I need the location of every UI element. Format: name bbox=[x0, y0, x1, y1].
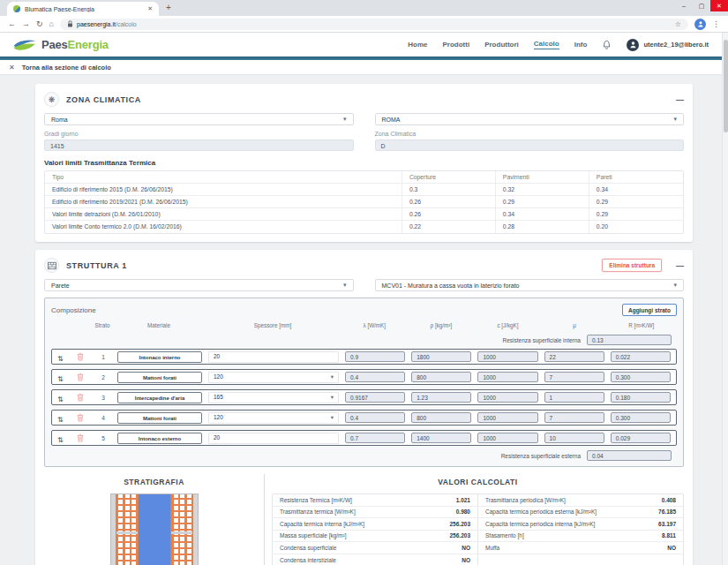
bookmark-star-icon[interactable]: ☆ bbox=[675, 20, 681, 28]
materiale-button[interactable]: Intonaco interno bbox=[117, 351, 202, 363]
trash-icon[interactable] bbox=[77, 413, 84, 422]
paesenergia-logo[interactable]: PaesEnergia bbox=[12, 37, 109, 52]
col-tipo: Tipo bbox=[45, 171, 402, 183]
spessore-select[interactable]: 120▾ bbox=[208, 412, 339, 424]
gradi-giorno-label: Gradi giorno bbox=[44, 131, 354, 137]
valori-calcolati-section: VALORI CALCOLATI Resistenza Termica [m²K… bbox=[265, 474, 684, 565]
table-row: Valori limite Conto termico 2.0 (D.M. 16… bbox=[45, 221, 683, 233]
limits-table-title: Valori limiti Trasmittanza Termica bbox=[44, 159, 684, 167]
home-button[interactable]: ⌂ bbox=[49, 20, 54, 28]
composizione-panel: Composizione Aggiungi strato Strato Mate… bbox=[44, 298, 684, 467]
drag-handle-icon[interactable]: ⇅ bbox=[57, 436, 64, 444]
localita-select-value: ROMA bbox=[382, 117, 401, 123]
nav-item-prodotti[interactable]: Prodotti bbox=[442, 41, 469, 49]
chevron-down-icon: ▾ bbox=[673, 282, 677, 289]
zona-climatica-label: Zona Climatica bbox=[375, 131, 685, 137]
nav-item-produttori[interactable]: Produttori bbox=[484, 41, 519, 49]
valori-calcolati-title: VALORI CALCOLATI bbox=[272, 478, 684, 486]
user-avatar bbox=[627, 39, 639, 51]
browser-tab[interactable]: Blumatica Paese-Energia ✕ bbox=[7, 2, 159, 16]
back-to-calc-bar[interactable]: ✕ Torna alla sezione di calcolo bbox=[0, 60, 728, 75]
url-input[interactable]: paesenergia.it/calcolo ☆ bbox=[60, 19, 688, 30]
trash-icon[interactable] bbox=[77, 433, 84, 442]
table-row: Massa superficiale [kg/m²]256.203 Sfasam… bbox=[273, 531, 683, 543]
table-row: Capacità termica interna [kJ/m²K]256.203… bbox=[273, 518, 683, 531]
nav-item-info[interactable]: Info bbox=[574, 41, 588, 49]
codice-muratura-select[interactable]: MCV01 - Muratura a cassa vuota in lateri… bbox=[375, 279, 685, 291]
zona-climatica-field: D bbox=[375, 139, 685, 151]
r-field: 0.022 bbox=[611, 351, 671, 362]
scrollbar[interactable] bbox=[722, 33, 728, 565]
layer-mattoni-forati bbox=[116, 494, 139, 565]
spessore-input[interactable]: 20 bbox=[208, 351, 339, 363]
drag-handle-icon[interactable]: ⇅ bbox=[57, 355, 64, 363]
layer-row: ⇅ 5 Intonaco esterno 20 0.7 1400 1000 10… bbox=[51, 430, 677, 446]
layer-row: ⇅ 1 Intonaco interno 20 0.9 1800 1000 22… bbox=[51, 349, 677, 365]
maximize-button[interactable]: ▢ bbox=[693, 0, 710, 11]
materiale-button[interactable]: Mattoni forati bbox=[117, 372, 202, 383]
logo-text-secondary: Energia bbox=[68, 38, 109, 51]
mu-field: 7 bbox=[544, 372, 604, 382]
elimina-struttura-button[interactable]: Elimina struttura bbox=[602, 259, 662, 272]
spessore-input[interactable]: 20 bbox=[208, 433, 339, 444]
col-pareti: Pareti bbox=[589, 171, 683, 183]
minimize-button[interactable]: – bbox=[675, 0, 693, 11]
trash-icon[interactable] bbox=[77, 393, 84, 402]
tipo-struttura-value: Parete bbox=[51, 282, 70, 289]
user-chip[interactable]: utente2_19@libero.it bbox=[627, 39, 709, 51]
spessore-select[interactable]: 120▾ bbox=[208, 372, 339, 383]
collapse-icon[interactable]: — bbox=[676, 261, 684, 270]
reload-button[interactable]: ↻ bbox=[36, 20, 43, 28]
drag-handle-icon[interactable]: ⇅ bbox=[57, 396, 64, 403]
close-window-button[interactable]: ✕ bbox=[710, 0, 728, 11]
comune-select[interactable]: Roma ▾ bbox=[44, 113, 354, 125]
new-tab-button[interactable]: + bbox=[166, 1, 171, 15]
aggiungi-strato-button[interactable]: Aggiungi strato bbox=[622, 304, 677, 316]
drag-handle-icon[interactable]: ⇅ bbox=[57, 416, 64, 424]
browser-profile-avatar[interactable] bbox=[694, 19, 706, 30]
limits-table: Tipo Coperture Pavimenti Pareti Edificio… bbox=[44, 170, 684, 234]
forward-button[interactable]: → bbox=[22, 20, 30, 28]
spessore-select[interactable]: 165▾ bbox=[208, 392, 339, 403]
comune-select-value: Roma bbox=[51, 117, 68, 123]
stratigrafia-title: STRATIGRAFIA bbox=[49, 478, 259, 486]
tipo-struttura-select[interactable]: Parete ▾ bbox=[44, 279, 354, 291]
person-icon bbox=[697, 20, 704, 27]
rho-field: 800 bbox=[411, 372, 471, 382]
composizione-header-row: Strato Materiale Spessore [mm] λ [W/mK] … bbox=[51, 320, 677, 331]
bell-icon[interactable] bbox=[602, 40, 612, 50]
trash-icon[interactable] bbox=[77, 373, 84, 381]
materiale-button[interactable]: Mattoni forati bbox=[117, 412, 202, 424]
url-path: /calcolo bbox=[116, 21, 137, 27]
valori-table: Resistenza Termica [m²K/W]1.021 Trasmitt… bbox=[272, 493, 684, 565]
person-icon bbox=[629, 41, 637, 49]
table-row: Edificio di riferimento 2015 (D.M. 26/06… bbox=[45, 184, 683, 196]
limits-table-header: Tipo Coperture Pavimenti Pareti bbox=[45, 171, 683, 184]
r-field: 0.029 bbox=[611, 433, 671, 443]
nav-item-home[interactable]: Home bbox=[408, 41, 427, 49]
collapse-icon[interactable]: — bbox=[676, 95, 684, 104]
drag-handle-icon[interactable]: ⇅ bbox=[57, 375, 64, 383]
layer-intonaco-esterno bbox=[193, 494, 198, 565]
localita-select[interactable]: ROMA ▾ bbox=[375, 113, 685, 125]
main-content: ❋ ZONA CLIMATICA — Roma ▾ ROMA ▾ Gradi g… bbox=[0, 75, 728, 565]
materiale-button[interactable]: Intercapedine d'aria bbox=[117, 392, 202, 403]
materiale-button[interactable]: Intonaco esterno bbox=[117, 433, 202, 444]
trash-icon[interactable] bbox=[77, 352, 84, 361]
rho-field: 1.23 bbox=[411, 392, 471, 403]
composizione-title: Composizione bbox=[51, 306, 96, 314]
mu-field: 10 bbox=[544, 433, 604, 443]
close-icon[interactable]: ✕ bbox=[9, 64, 15, 72]
tab-close-icon[interactable]: ✕ bbox=[147, 5, 153, 12]
codice-muratura-value: MCV01 - Muratura a cassa vuota in lateri… bbox=[382, 282, 520, 289]
lambda-field: 0.9 bbox=[345, 351, 405, 362]
table-row: Valori limite detrazioni (D.M. 26/01/201… bbox=[45, 208, 683, 221]
back-button[interactable]: ← bbox=[8, 20, 16, 28]
browser-menu-kebab-icon[interactable]: ⋮ bbox=[712, 20, 720, 28]
table-row: Condensa superficialeNO MuffaNO bbox=[273, 542, 683, 554]
lambda-field: 0.4 bbox=[345, 412, 405, 423]
nav-item-calcolo[interactable]: Calcolo bbox=[534, 40, 559, 49]
scrollbar-thumb[interactable] bbox=[724, 40, 728, 132]
layer-row: ⇅ 2 Mattoni forati 120▾ 0.4 800 1000 7 0… bbox=[51, 369, 677, 385]
res-superficiale-esterna-label: Resistenza superficiale esterna bbox=[501, 453, 581, 459]
